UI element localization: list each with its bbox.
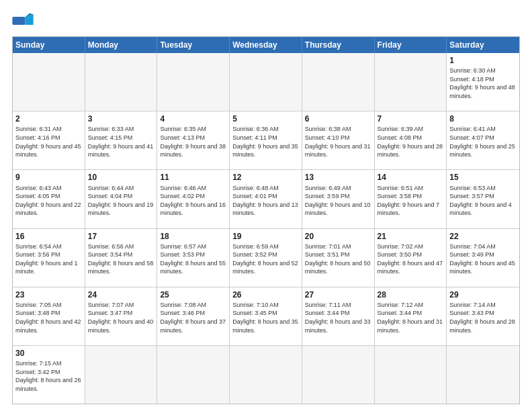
day-number: 23 xyxy=(15,289,82,300)
day-sun-info: Sunrise: 6:33 AMSunset: 4:15 PMDaylight:… xyxy=(88,125,154,158)
header-day-tuesday: Tuesday xyxy=(157,37,230,53)
day-cell-11: 11Sunrise: 6:46 AMSunset: 4:02 PMDayligh… xyxy=(157,170,230,228)
empty-cell xyxy=(85,346,158,404)
day-number: 1 xyxy=(449,55,517,66)
day-number: 5 xyxy=(232,113,299,124)
calendar: SundayMondayTuesdayWednesdayThursdayFrid… xyxy=(12,36,520,404)
day-sun-info: Sunrise: 6:43 AMSunset: 4:05 PMDaylight:… xyxy=(15,184,82,218)
page: SundayMondayTuesdayWednesdayThursdayFrid… xyxy=(0,0,532,411)
day-cell-2: 2Sunrise: 6:31 AMSunset: 4:16 PMDaylight… xyxy=(13,111,85,169)
day-cell-10: 10Sunrise: 6:44 AMSunset: 4:04 PMDayligh… xyxy=(85,170,158,228)
day-cell-28: 28Sunrise: 7:12 AMSunset: 3:44 PMDayligh… xyxy=(375,287,447,345)
day-cell-20: 20Sunrise: 7:01 AMSunset: 3:51 PMDayligh… xyxy=(302,229,375,287)
empty-cell xyxy=(157,53,230,111)
day-sun-info: Sunrise: 7:11 AMSunset: 3:44 PMDaylight:… xyxy=(305,301,371,334)
day-cell-24: 24Sunrise: 7:07 AMSunset: 3:47 PMDayligh… xyxy=(85,287,158,345)
day-number: 29 xyxy=(449,289,517,300)
empty-cell xyxy=(230,346,302,404)
day-cell-27: 27Sunrise: 7:11 AMSunset: 3:44 PMDayligh… xyxy=(302,287,375,345)
day-number: 25 xyxy=(160,289,226,300)
day-number: 27 xyxy=(305,289,371,300)
calendar-body: 1Sunrise: 6:30 AMSunset: 4:18 PMDaylight… xyxy=(13,53,519,404)
calendar-week-2: 2Sunrise: 6:31 AMSunset: 4:16 PMDaylight… xyxy=(13,111,519,170)
day-cell-3: 3Sunrise: 6:33 AMSunset: 4:15 PMDaylight… xyxy=(85,111,158,169)
day-number: 15 xyxy=(449,172,517,183)
day-sun-info: Sunrise: 6:54 AMSunset: 3:56 PMDaylight:… xyxy=(15,242,82,276)
day-cell-19: 19Sunrise: 6:59 AMSunset: 3:52 PMDayligh… xyxy=(230,229,302,287)
day-number: 12 xyxy=(232,172,299,183)
header-day-thursday: Thursday xyxy=(302,37,375,53)
day-cell-14: 14Sunrise: 6:51 AMSunset: 3:58 PMDayligh… xyxy=(375,170,447,228)
empty-cell xyxy=(230,53,302,111)
empty-cell xyxy=(375,53,447,111)
day-sun-info: Sunrise: 6:38 AMSunset: 4:10 PMDaylight:… xyxy=(305,125,371,158)
day-cell-23: 23Sunrise: 7:05 AMSunset: 3:48 PMDayligh… xyxy=(13,287,85,345)
day-cell-25: 25Sunrise: 7:08 AMSunset: 3:46 PMDayligh… xyxy=(157,287,230,345)
calendar-week-6: 30Sunrise: 7:15 AMSunset: 3:42 PMDayligh… xyxy=(13,346,519,404)
day-number: 13 xyxy=(305,172,371,183)
day-sun-info: Sunrise: 7:10 AMSunset: 3:45 PMDaylight:… xyxy=(232,301,299,334)
day-number: 11 xyxy=(160,172,226,183)
day-number: 26 xyxy=(232,289,299,300)
empty-cell xyxy=(375,346,447,404)
day-sun-info: Sunrise: 6:46 AMSunset: 4:02 PMDaylight:… xyxy=(160,184,226,218)
svg-rect-0 xyxy=(12,17,25,25)
day-cell-5: 5Sunrise: 6:36 AMSunset: 4:11 PMDaylight… xyxy=(230,111,302,169)
day-cell-7: 7Sunrise: 6:39 AMSunset: 4:08 PMDaylight… xyxy=(375,111,447,169)
header-day-wednesday: Wednesday xyxy=(230,37,302,53)
day-cell-9: 9Sunrise: 6:43 AMSunset: 4:05 PMDaylight… xyxy=(13,170,85,228)
generalblue-logo-icon xyxy=(12,12,34,30)
day-number: 4 xyxy=(160,113,226,124)
calendar-week-4: 16Sunrise: 6:54 AMSunset: 3:56 PMDayligh… xyxy=(13,229,519,287)
day-cell-17: 17Sunrise: 6:56 AMSunset: 3:54 PMDayligh… xyxy=(85,229,158,287)
empty-cell xyxy=(157,346,230,404)
calendar-week-3: 9Sunrise: 6:43 AMSunset: 4:05 PMDaylight… xyxy=(13,170,519,228)
day-number: 8 xyxy=(449,113,517,124)
day-sun-info: Sunrise: 7:01 AMSunset: 3:51 PMDaylight:… xyxy=(305,242,371,276)
day-cell-29: 29Sunrise: 7:14 AMSunset: 3:43 PMDayligh… xyxy=(447,287,519,345)
empty-cell xyxy=(85,53,158,111)
day-number: 16 xyxy=(15,231,82,242)
header-day-friday: Friday xyxy=(375,37,447,53)
day-sun-info: Sunrise: 7:08 AMSunset: 3:46 PMDaylight:… xyxy=(160,301,226,334)
day-number: 17 xyxy=(88,231,154,242)
day-sun-info: Sunrise: 7:07 AMSunset: 3:47 PMDaylight:… xyxy=(88,301,154,334)
header-day-saturday: Saturday xyxy=(447,37,519,53)
empty-cell xyxy=(447,346,519,404)
day-cell-13: 13Sunrise: 6:49 AMSunset: 3:59 PMDayligh… xyxy=(302,170,375,228)
header-day-sunday: Sunday xyxy=(13,37,85,53)
day-sun-info: Sunrise: 6:35 AMSunset: 4:13 PMDaylight:… xyxy=(160,125,226,158)
day-cell-30: 30Sunrise: 7:15 AMSunset: 3:42 PMDayligh… xyxy=(13,346,85,404)
day-cell-1: 1Sunrise: 6:30 AMSunset: 4:18 PMDaylight… xyxy=(447,53,519,111)
day-number: 30 xyxy=(15,348,82,359)
day-sun-info: Sunrise: 7:02 AMSunset: 3:50 PMDaylight:… xyxy=(378,242,444,276)
day-number: 14 xyxy=(378,172,444,183)
day-cell-16: 16Sunrise: 6:54 AMSunset: 3:56 PMDayligh… xyxy=(13,229,85,287)
empty-cell xyxy=(302,346,375,404)
day-number: 20 xyxy=(305,231,371,242)
day-sun-info: Sunrise: 6:41 AMSunset: 4:07 PMDaylight:… xyxy=(449,125,517,158)
day-cell-15: 15Sunrise: 6:53 AMSunset: 3:57 PMDayligh… xyxy=(447,170,519,228)
day-sun-info: Sunrise: 6:51 AMSunset: 3:58 PMDaylight:… xyxy=(378,184,444,218)
day-sun-info: Sunrise: 6:30 AMSunset: 4:18 PMDaylight:… xyxy=(449,66,517,100)
day-cell-26: 26Sunrise: 7:10 AMSunset: 3:45 PMDayligh… xyxy=(230,287,302,345)
day-number: 9 xyxy=(15,172,82,183)
day-sun-info: Sunrise: 6:56 AMSunset: 3:54 PMDaylight:… xyxy=(88,242,154,276)
day-number: 10 xyxy=(88,172,154,183)
empty-cell xyxy=(13,53,85,111)
day-number: 22 xyxy=(449,231,517,242)
day-number: 6 xyxy=(305,113,371,124)
day-cell-4: 4Sunrise: 6:35 AMSunset: 4:13 PMDaylight… xyxy=(157,111,230,169)
day-cell-12: 12Sunrise: 6:48 AMSunset: 4:01 PMDayligh… xyxy=(230,170,302,228)
day-number: 19 xyxy=(232,231,299,242)
day-cell-21: 21Sunrise: 7:02 AMSunset: 3:50 PMDayligh… xyxy=(375,229,447,287)
calendar-header-row: SundayMondayTuesdayWednesdayThursdayFrid… xyxy=(13,37,519,53)
day-sun-info: Sunrise: 7:15 AMSunset: 3:42 PMDaylight:… xyxy=(15,359,82,393)
day-cell-8: 8Sunrise: 6:41 AMSunset: 4:07 PMDaylight… xyxy=(447,111,519,169)
day-cell-18: 18Sunrise: 6:57 AMSunset: 3:53 PMDayligh… xyxy=(157,229,230,287)
day-number: 24 xyxy=(88,289,154,300)
day-sun-info: Sunrise: 6:36 AMSunset: 4:11 PMDaylight:… xyxy=(232,125,299,158)
day-sun-info: Sunrise: 6:44 AMSunset: 4:04 PMDaylight:… xyxy=(88,184,154,218)
day-sun-info: Sunrise: 6:48 AMSunset: 4:01 PMDaylight:… xyxy=(232,184,299,218)
empty-cell xyxy=(302,53,375,111)
